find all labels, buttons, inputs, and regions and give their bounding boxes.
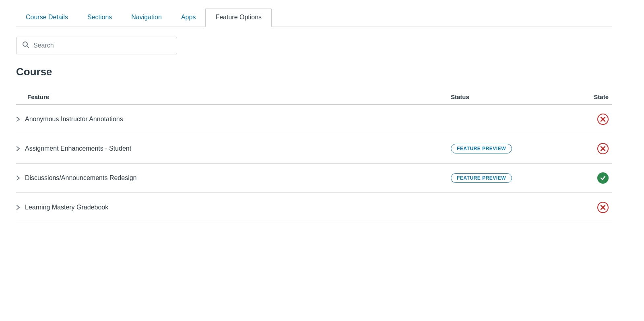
chevron-right-icon (16, 116, 20, 122)
feature-state-assignment-enhancements-student[interactable] (572, 143, 612, 154)
table-row[interactable]: Learning Mastery Gradebook (16, 193, 612, 222)
feature-name-assignment-enhancements-student: Assignment Enhancements - Student (16, 145, 451, 152)
feature-state-discussions-announcements-redesign[interactable] (572, 172, 612, 184)
feature-status-discussions-announcements-redesign: FEATURE PREVIEW (451, 173, 572, 183)
table-row[interactable]: Discussions/Announcements Redesign FEATU… (16, 164, 612, 193)
search-icon (22, 41, 29, 50)
tab-navigation[interactable]: Navigation (122, 8, 171, 27)
col-header-state: State (572, 93, 612, 100)
state-disabled-icon[interactable] (597, 143, 609, 154)
section-heading: Course (16, 66, 612, 78)
col-header-status: Status (451, 93, 572, 100)
col-header-feature: Feature (16, 93, 451, 100)
table-header: Feature Status State (16, 89, 612, 105)
table-row[interactable]: Anonymous Instructor Annotations (16, 105, 612, 134)
svg-line-1 (27, 46, 29, 48)
feature-status-assignment-enhancements-student: FEATURE PREVIEW (451, 144, 572, 153)
tab-course-details[interactable]: Course Details (16, 8, 78, 27)
chevron-right-icon (16, 175, 20, 181)
tab-apps[interactable]: Apps (171, 8, 205, 27)
tab-sections[interactable]: Sections (78, 8, 122, 27)
chevron-right-icon (16, 146, 20, 151)
feature-preview-badge: FEATURE PREVIEW (451, 144, 512, 153)
search-input[interactable] (33, 42, 171, 49)
search-input-wrapper[interactable] (16, 37, 177, 54)
features-table: Feature Status State Anonymous Instructo… (16, 89, 612, 222)
feature-state-learning-mastery-gradebook[interactable] (572, 202, 612, 213)
feature-preview-badge: FEATURE PREVIEW (451, 173, 512, 183)
feature-name-learning-mastery-gradebook: Learning Mastery Gradebook (16, 204, 451, 211)
feature-name-anonymous-instructor-annotations: Anonymous Instructor Annotations (16, 116, 451, 123)
state-disabled-icon[interactable] (597, 202, 609, 213)
table-row[interactable]: Assignment Enhancements - Student FEATUR… (16, 134, 612, 164)
state-disabled-icon[interactable] (597, 114, 609, 125)
feature-state-anonymous-instructor-annotations[interactable] (572, 114, 612, 125)
state-enabled-icon[interactable] (597, 172, 609, 184)
chevron-right-icon (16, 205, 20, 210)
search-container (16, 37, 612, 54)
feature-name-discussions-announcements-redesign: Discussions/Announcements Redesign (16, 174, 451, 182)
tab-feature-options[interactable]: Feature Options (205, 8, 272, 27)
tabs-nav: Course Details Sections Navigation Apps … (16, 8, 612, 27)
